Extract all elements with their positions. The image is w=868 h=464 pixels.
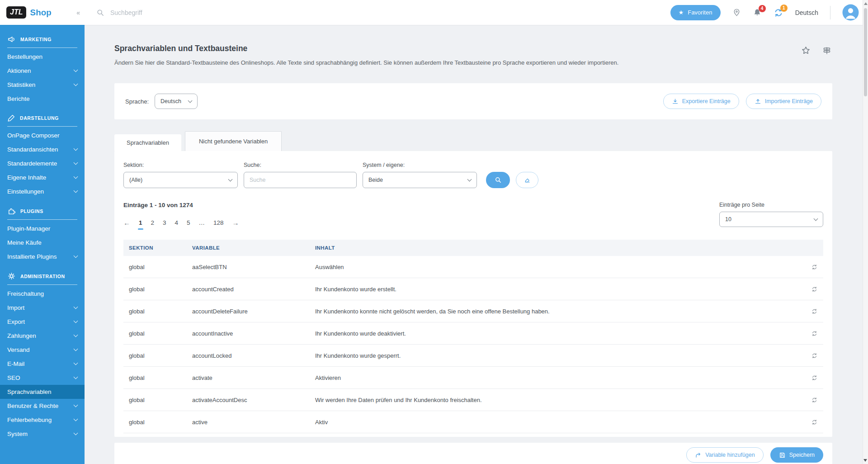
chevron-down-icon [74,305,78,309]
sidebar-item-standardansichten[interactable]: Standardansichten [0,142,85,156]
cell-inhalt: Auswählen [310,260,802,274]
sidebar-section-administration: ADMINISTRATION [7,267,77,285]
sidebar-item-label: OnPage Composer [7,132,60,139]
pagination-prev[interactable]: ← [123,219,130,227]
sidebar-item-meine-käufe[interactable]: Meine Käufe [0,236,85,250]
sidebar-item-benutzer-rechte[interactable]: Benutzer & Rechte [0,399,85,413]
sidebar-item-standardelemente[interactable]: Standardelemente [0,156,85,170]
jtl-logo[interactable]: JTL [6,6,26,19]
cell-inhalt: Wir werden Ihre Daten prüfen und Ihr Kun… [310,393,802,407]
chevron-down-icon [74,375,78,379]
sidebar-item-e-mail[interactable]: E-Mail [0,357,85,371]
tab-bar: Sprachvariablen Nicht gefundene Variable… [114,131,832,151]
sidebar-item-label: Standardansichten [7,146,58,153]
brush-icon [7,114,15,122]
sidebar-section-plugins: PLUGINS [7,202,77,220]
save-button[interactable]: Speichern [770,447,823,463]
table-row: global accountDeleteFailure Ihr Kundenko… [123,300,823,322]
sidebar-item-label: Import [7,304,24,311]
sidebar-item-label: System [7,431,28,437]
sidebar-item-statistiken[interactable]: Statistiken [0,78,85,92]
table-row: global accountCreated Ihr Kundenkonto wu… [123,278,823,300]
variables-table: SEKTION VARIABLE INHALT global aaSelectB… [123,240,823,433]
scrollbar-thumb[interactable] [864,8,867,96]
column-header-variable: VARIABLE [187,240,310,256]
cell-sektion: global [123,371,187,385]
language-select[interactable]: Deutsch [155,94,198,109]
global-search-input[interactable] [109,9,254,17]
tab-sprachvariablen[interactable]: Sprachvariablen [114,134,181,151]
sidebar-item-versand[interactable]: Versand [0,343,85,357]
filter-search-button[interactable] [486,172,510,188]
sektion-filter-select[interactable]: (Alle) [123,172,238,188]
favorites-button[interactable]: ★ Favoriten [670,5,721,20]
page-number-3[interactable]: 3 [163,219,166,226]
page-number-4[interactable]: 4 [175,219,179,226]
user-avatar[interactable] [842,4,859,21]
import-entries-button[interactable]: Importiere Einträge [746,94,821,109]
chevron-down-icon [74,431,78,436]
language-switcher[interactable]: Deutsch [795,9,818,16]
sidebar-item-installierte-plugins[interactable]: Installierte Plugins [0,250,85,264]
cell-sektion: global [123,304,187,318]
sidebar-item-einstellungen[interactable]: Einstellungen [0,185,85,199]
scrollbar[interactable] [863,0,868,464]
sidebar-item-seo[interactable]: SEO [0,371,85,385]
page-number-1[interactable]: 1 [139,219,142,226]
refresh-icon[interactable] [811,352,818,359]
cell-sektion: global [123,349,187,363]
refresh-icon[interactable] [811,308,818,315]
page-number-2[interactable]: 2 [151,219,155,226]
cell-sektion: global [123,260,187,274]
page-number-5[interactable]: 5 [187,219,190,226]
tab-nicht-gefundene-variablen[interactable]: Nicht gefundene Variablen [185,131,282,151]
refresh-icon[interactable] [811,374,818,381]
scroll-up-icon[interactable] [864,2,868,5]
logo-area: JTL Shop « [0,6,85,19]
star-icon: ★ [679,9,684,15]
sidebar-item-plugin-manager[interactable]: Plugin-Manager [0,222,85,236]
column-header-inhalt: INHALT [310,240,802,256]
sidebar-collapse-icon[interactable]: « [76,9,80,16]
map-pin-icon[interactable] [732,8,741,17]
sidebar-item-bestellungen[interactable]: Bestellungen [0,50,85,64]
sidebar-item-fehlerbehebung[interactable]: Fehlerbehebung [0,413,85,427]
refresh-icon[interactable] [811,264,818,270]
sidebar-item-export[interactable]: Export [0,315,85,329]
save-label: Speichern [789,452,815,458]
suche-filter-input[interactable] [244,172,357,188]
add-variable-button[interactable]: Variable hinzufügen [686,447,764,463]
puzzle-icon [7,207,16,215]
table-row: global active Aktiv [123,411,823,433]
per-page-select[interactable]: 10 [719,212,823,227]
sidebar-item-zahlungen[interactable]: Zahlungen [0,329,85,343]
notifications-bell-icon[interactable]: 4 [753,8,762,17]
refresh-icon[interactable] [811,397,818,403]
sidebar-item-sprachvariablen[interactable]: Sprachvariablen [0,385,85,399]
sidebar-item-berichte[interactable]: Berichte [0,92,85,106]
refresh-icon[interactable] [811,330,818,337]
page-number-128[interactable]: 128 [213,219,224,226]
refresh-icon[interactable] [811,419,818,426]
sidebar-item-system[interactable]: System [0,427,85,441]
star-outline-icon[interactable] [801,46,811,55]
sidebar-item-onpage-composer[interactable]: OnPage Composer [0,128,85,142]
sidebar-item-label: Installierte Plugins [7,253,57,260]
filter-reset-button[interactable] [516,172,538,188]
export-entries-button[interactable]: Exportiere Einträge [663,94,739,109]
scroll-down-icon[interactable] [863,459,867,462]
system-filter-select[interactable]: Beide [363,172,477,188]
sidebar-item-label: Eigene Inhalte [7,174,46,181]
sidebar-item-eigene-inhalte[interactable]: Eigene Inhalte [0,170,85,185]
chevron-down-icon [188,99,192,103]
sidebar-item-label: Freischaltung [7,290,44,297]
cell-variable: accountCreated [187,282,310,296]
sidebar-item-import[interactable]: Import [0,301,85,315]
sidebar-item-aktionen[interactable]: Aktionen [0,64,85,78]
sidebar-item-freischaltung[interactable]: Freischaltung [0,287,85,301]
topbar-divider [830,6,830,19]
sync-icon[interactable]: 1 [774,8,783,18]
signpost-icon[interactable] [822,46,831,55]
refresh-icon[interactable] [811,286,818,293]
pagination-next[interactable]: → [232,219,239,227]
